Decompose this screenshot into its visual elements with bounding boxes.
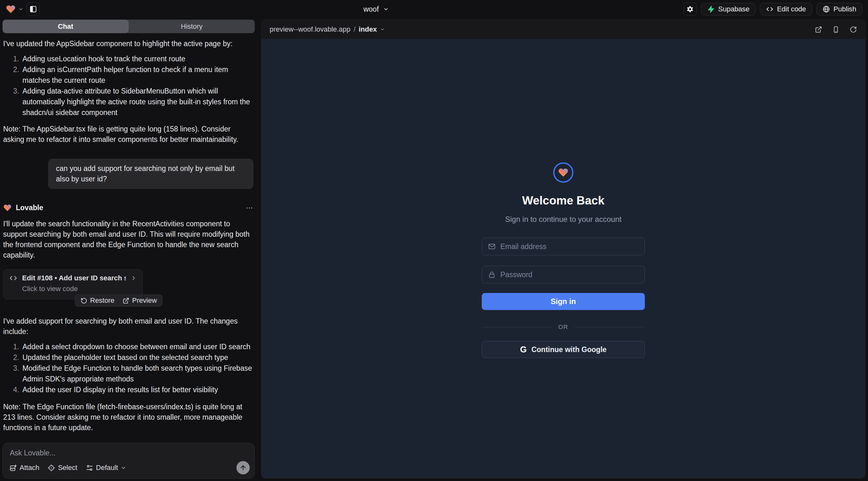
lovable-heart-icon <box>6 4 16 14</box>
email-input[interactable] <box>500 243 639 251</box>
auth-title: Welcome Back <box>522 194 605 207</box>
publish-button[interactable]: Publish <box>816 3 862 15</box>
chat-message-list[interactable]: I've updated the AppSidebar component to… <box>0 33 257 441</box>
panel-left-icon <box>29 5 37 13</box>
edit-card-title: Edit #108 • Add user ID search supp... <box>22 274 126 282</box>
list-item: Modified the Edge Function to handle bot… <box>21 363 253 384</box>
auth-subtitle: Sign in to continue to your account <box>505 215 621 224</box>
send-button[interactable] <box>237 461 250 474</box>
supabase-button[interactable]: Supabase <box>701 3 755 15</box>
chevron-down-icon <box>121 465 126 471</box>
refresh-button[interactable] <box>850 26 857 33</box>
attach-button[interactable]: Attach <box>9 463 39 472</box>
restore-button[interactable]: Restore <box>81 296 115 304</box>
message-options-ellipsis-icon[interactable] <box>245 204 253 212</box>
password-field[interactable] <box>482 266 645 284</box>
continue-with-google-button[interactable]: G Continue with Google <box>482 341 645 358</box>
google-g-icon: G <box>520 345 527 355</box>
tab-history[interactable]: History <box>129 20 255 33</box>
composer: Attach Select Default <box>3 443 255 479</box>
chat-history-tabs: Chat History <box>3 20 255 33</box>
google-button-label: Continue with Google <box>531 345 607 354</box>
chat-panel: Chat History I've updated the AppSidebar… <box>0 18 257 481</box>
restore-label: Restore <box>90 296 115 304</box>
arrow-up-icon <box>240 464 247 471</box>
project-name: woof <box>364 5 379 13</box>
email-field[interactable] <box>482 238 645 255</box>
sliders-icon <box>86 464 93 472</box>
assistant-list: Added a select dropdown to choose betwee… <box>3 341 253 395</box>
assistant-paragraph: I've updated the AppSidebar component to… <box>3 38 253 49</box>
list-item: Added a select dropdown to choose betwee… <box>21 341 253 352</box>
list-item: Adding an isCurrentPath helper function … <box>21 64 253 86</box>
external-link-icon <box>123 297 129 304</box>
assistant-paragraph: I've added support for searching by both… <box>3 316 253 337</box>
edit-card-actions: Restore Preview <box>75 294 162 307</box>
list-item: Updated the placeholder text based on th… <box>21 352 253 363</box>
restore-icon <box>81 297 87 304</box>
preview-url[interactable]: preview--woof.lovable.app <box>270 25 350 33</box>
lovable-logo-menu[interactable] <box>6 4 23 14</box>
lovable-heart-icon <box>3 203 12 212</box>
mobile-view-button[interactable] <box>832 26 840 33</box>
preview-page-selector[interactable]: index <box>359 25 377 33</box>
toggle-sidebar-button[interactable] <box>27 3 40 16</box>
app-logo <box>553 162 574 183</box>
attach-image-icon <box>9 464 17 472</box>
preview-button[interactable]: Preview <box>123 296 157 304</box>
publish-label: Publish <box>834 5 856 13</box>
list-item: Adding data-active attribute to SidebarM… <box>21 86 253 118</box>
user-message-bubble: can you add support for searching not on… <box>48 159 253 189</box>
chevron-down-icon <box>383 6 389 12</box>
model-selector-button[interactable]: Default <box>86 463 126 472</box>
auth-card: Welcome Back Sign in to continue to your… <box>482 39 645 358</box>
supabase-icon <box>707 5 715 13</box>
supabase-label: Supabase <box>718 5 749 13</box>
select-label: Select <box>58 463 77 472</box>
chevron-down-icon[interactable] <box>380 27 385 32</box>
lovable-app: woof Supabase Edit code <box>0 0 868 481</box>
or-divider: OR <box>482 324 645 330</box>
or-label: OR <box>558 324 568 330</box>
heart-icon <box>558 167 569 178</box>
select-element-button[interactable]: Select <box>48 463 77 472</box>
list-item: Added the user ID display in the results… <box>21 384 253 395</box>
assistant-note: Note: The Edge Function file (fetch-fire… <box>3 402 253 433</box>
model-label: Default <box>96 463 118 472</box>
password-input[interactable] <box>500 270 639 279</box>
chevron-down-icon <box>18 7 23 12</box>
chat-input[interactable] <box>10 449 248 457</box>
lock-icon <box>488 271 496 279</box>
preview-panel: preview--woof.lovable.app / index <box>261 20 865 478</box>
edit-code-button[interactable]: Edit code <box>760 3 812 15</box>
preview-app-content: Welcome Back Sign in to continue to your… <box>261 39 865 478</box>
project-switcher[interactable]: woof <box>329 0 424 18</box>
edit-card-subtitle: Click to view code <box>22 285 137 293</box>
settings-button[interactable] <box>683 3 697 16</box>
assistant-paragraph: I'll update the search functionality in … <box>3 219 253 260</box>
preview-header: preview--woof.lovable.app / index <box>261 20 865 39</box>
edit-card-wrapper: Edit #108 • Add user ID search supp... C… <box>3 269 253 307</box>
open-in-new-tab-button[interactable] <box>815 26 822 33</box>
tab-chat[interactable]: Chat <box>3 20 129 33</box>
attach-label: Attach <box>20 463 39 472</box>
edit-code-label: Edit code <box>777 5 806 13</box>
assistant-list: Adding useLocation hook to track the cur… <box>3 54 253 118</box>
globe-icon <box>823 5 830 13</box>
sign-in-button[interactable]: Sign in <box>482 293 645 310</box>
preview-label: Preview <box>132 296 157 304</box>
chevron-right-icon <box>130 275 137 281</box>
list-item: Adding useLocation hook to track the cur… <box>21 54 253 64</box>
assistant-name: Lovable <box>16 203 43 212</box>
assistant-header: Lovable <box>3 203 253 212</box>
tab-chat-label: Chat <box>58 23 73 31</box>
crosshair-icon <box>48 464 55 472</box>
preview-url-separator: / <box>354 25 355 33</box>
gear-icon <box>686 5 694 13</box>
tab-history-label: History <box>181 23 202 31</box>
envelope-icon <box>488 243 496 250</box>
code-icon <box>9 274 18 282</box>
code-icon <box>766 5 774 13</box>
assistant-note: Note: The AppSidebar.tsx file is getting… <box>3 124 253 145</box>
top-bar: woof Supabase Edit code <box>0 0 868 18</box>
